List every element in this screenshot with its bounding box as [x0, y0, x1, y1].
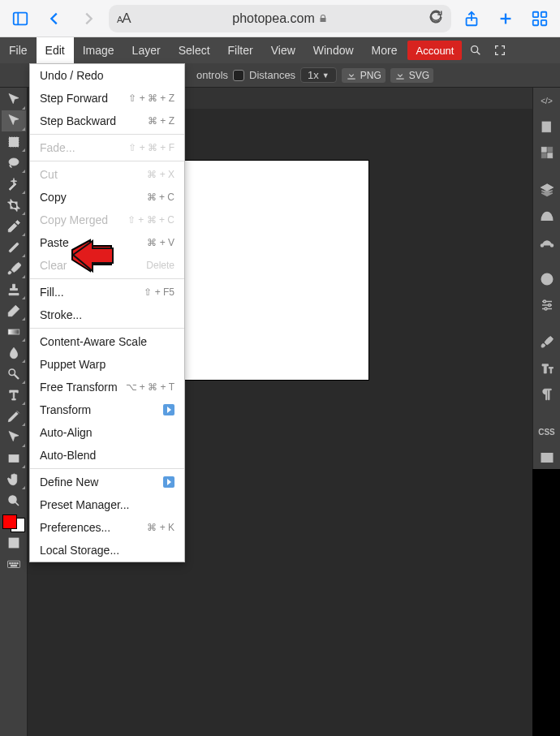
fullscreen-icon[interactable]	[488, 37, 512, 63]
menu-edit[interactable]: Edit	[37, 37, 74, 63]
eraser-tool[interactable]	[2, 300, 26, 321]
menu-item-fill[interactable]: Fill...⇧ + F5	[30, 281, 184, 303]
svg-rect-16	[9, 455, 19, 463]
move-tool[interactable]	[2, 89, 26, 110]
color-swatch[interactable]	[2, 514, 25, 532]
brush-tool[interactable]	[2, 258, 26, 279]
svg-rect-28	[541, 147, 546, 152]
svg-rect-14	[8, 329, 19, 334]
stamp-tool[interactable]	[2, 279, 26, 300]
svg-rect-6	[541, 11, 546, 16]
svg-point-44	[544, 455, 545, 457]
menu-item-transform[interactable]: Transform	[30, 398, 184, 421]
back-button[interactable]	[41, 5, 68, 32]
code-icon[interactable]: </>	[535, 89, 559, 112]
pen-tool[interactable]	[2, 406, 26, 427]
svg-rect-0	[14, 12, 28, 24]
menu-item-content-aware-scale[interactable]: Content-Aware Scale	[30, 330, 184, 353]
distances-checkbox[interactable]	[233, 70, 244, 81]
shape-tool[interactable]	[2, 448, 26, 469]
dodge-tool[interactable]	[2, 364, 26, 385]
menu-window[interactable]: Window	[304, 37, 363, 63]
keyboard-icon[interactable]	[2, 553, 26, 575]
css-panel-icon[interactable]: CSS	[535, 420, 559, 443]
text-size-button[interactable]: AA	[117, 11, 131, 27]
svg-rect-5	[533, 11, 538, 16]
path-select-tool[interactable]	[2, 427, 26, 448]
zoom-tool[interactable]	[2, 490, 26, 511]
annotation-arrow-icon	[71, 239, 115, 278]
swatches-icon[interactable]	[535, 141, 559, 164]
svg-point-17	[9, 496, 16, 503]
sidebar-toggle-button[interactable]	[6, 5, 34, 32]
paths-icon[interactable]	[535, 230, 559, 253]
svg-point-36	[546, 276, 548, 278]
type-tool[interactable]	[2, 385, 26, 406]
svg-rect-30	[541, 153, 546, 158]
svg-rect-25	[16, 563, 18, 565]
crop-tool[interactable]	[2, 195, 26, 216]
menu-file[interactable]: File	[0, 37, 37, 63]
blur-tool[interactable]	[2, 342, 26, 364]
quickmask-tool[interactable]	[2, 532, 26, 553]
menu-item-preset-manager[interactable]: Preset Manager...	[30, 493, 184, 516]
svg-point-40	[543, 300, 545, 303]
svg-point-20	[11, 540, 16, 545]
menu-item-free-transform[interactable]: Free Transform⌥ + ⌘ + T	[30, 376, 184, 398]
menu-item-define-new[interactable]: Define New	[30, 471, 184, 493]
layers-icon[interactable]	[535, 179, 559, 201]
tabs-button[interactable]	[526, 5, 554, 32]
share-button[interactable]	[458, 5, 485, 32]
address-bar[interactable]: AA photopea.com	[109, 5, 451, 32]
gradient-tool[interactable]	[2, 321, 26, 342]
info-icon[interactable]	[535, 268, 559, 291]
left-toolbar	[0, 88, 28, 736]
svg-line-18	[15, 502, 18, 506]
reload-button[interactable]	[429, 10, 443, 28]
menu-filter[interactable]: Filter	[219, 37, 262, 63]
select-tool[interactable]	[2, 110, 26, 131]
menu-layer[interactable]: Layer	[123, 37, 170, 63]
paragraph-icon[interactable]	[535, 383, 559, 406]
svg-line-10	[477, 52, 480, 55]
menu-item-undo-redo[interactable]: Undo / Redo	[30, 64, 184, 87]
menu-item-preferences[interactable]: Preferences...⌘ + K	[30, 516, 184, 539]
image-panel-icon[interactable]	[535, 446, 559, 469]
lock-icon	[318, 14, 328, 24]
eyedropper-tool[interactable]	[2, 216, 26, 237]
menu-item-auto-align[interactable]: Auto-Align	[30, 421, 184, 444]
search-icon[interactable]	[463, 37, 488, 63]
menu-select[interactable]: Select	[170, 37, 219, 63]
svg-point-33	[550, 244, 553, 247]
svg-rect-24	[14, 563, 15, 565]
marquee-tool[interactable]	[2, 131, 26, 153]
history-icon[interactable]	[535, 115, 559, 138]
hand-tool[interactable]	[2, 469, 26, 490]
export-png-button[interactable]: PNG	[342, 68, 386, 83]
new-tab-button[interactable]	[492, 5, 519, 32]
wand-tool[interactable]	[2, 174, 26, 195]
menu-item-auto-blend[interactable]: Auto-Blend	[30, 444, 184, 467]
menu-item-stroke[interactable]: Stroke...	[30, 303, 184, 326]
menu-item-local-storage[interactable]: Local Storage...	[30, 539, 184, 562]
menu-view[interactable]: View	[262, 37, 304, 63]
channels-icon[interactable]	[535, 204, 559, 227]
svg-rect-26	[11, 566, 17, 567]
svg-rect-22	[9, 563, 11, 565]
menu-more[interactable]: More	[363, 37, 407, 63]
svg-rect-23	[11, 563, 13, 565]
svg-rect-29	[547, 147, 552, 152]
menu-item-copy[interactable]: Copy⌘ + C	[30, 186, 184, 209]
adjust-icon[interactable]	[535, 294, 559, 316]
menu-image[interactable]: Image	[74, 37, 123, 63]
export-svg-button[interactable]: SVG	[390, 68, 433, 83]
menu-item-puppet-warp[interactable]: Puppet Warp	[30, 353, 184, 376]
zoom-select[interactable]: 1x▼	[300, 67, 337, 83]
menu-item-step-forward[interactable]: Step Forward⇧ + ⌘ + Z	[30, 87, 184, 110]
menu-item-step-backward[interactable]: Step Backward⌘ + Z	[30, 110, 184, 132]
brush-panel-icon[interactable]	[535, 331, 559, 354]
heal-tool[interactable]	[2, 237, 26, 258]
account-button[interactable]: Account	[407, 41, 462, 60]
character-icon[interactable]	[535, 357, 559, 380]
lasso-tool[interactable]	[2, 153, 26, 174]
